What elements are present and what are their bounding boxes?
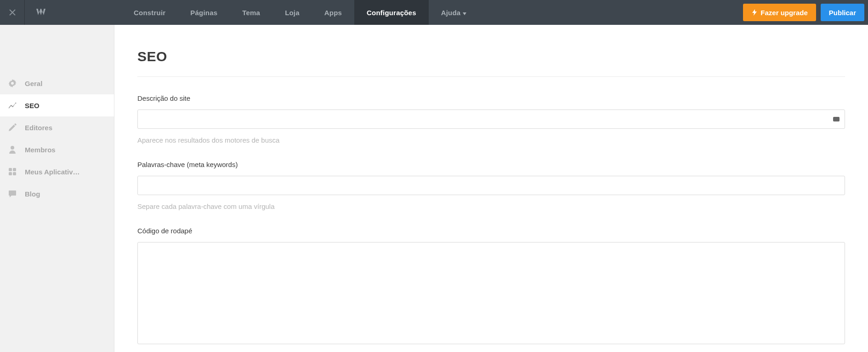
pencil-icon [8, 123, 17, 132]
site-description-label: Descrição do site [137, 94, 845, 102]
topbar-actions: Fazer upgrade Publicar [743, 0, 868, 25]
nav-label: Tema [242, 9, 260, 17]
site-description-input[interactable] [137, 110, 845, 129]
gear-icon [8, 79, 17, 87]
keywords-input[interactable] [137, 176, 845, 195]
logo[interactable] [25, 8, 57, 17]
autofill-icon [833, 117, 840, 121]
nav-label: Ajuda [441, 9, 461, 17]
nav-label: Páginas [190, 9, 217, 17]
form-group-footer-code: Código de rodapé [137, 227, 845, 346]
keywords-label: Palavras-chave (meta keywords) [137, 161, 845, 168]
nav-label: Construir [134, 9, 165, 17]
chat-icon [8, 190, 17, 198]
sidebar-item-seo[interactable]: SEO [0, 94, 114, 116]
sidebar: Geral SEO Editores Membros Meus Aplicati… [0, 25, 114, 352]
sidebar-item-geral[interactable]: Geral [0, 72, 114, 94]
nav-tema[interactable]: Tema [230, 0, 272, 25]
chevron-down-icon [463, 9, 466, 17]
nav-construir[interactable]: Construir [121, 0, 178, 25]
nav-label: Loja [285, 9, 300, 17]
main-content: SEO Descrição do site Aparece nos result… [114, 25, 868, 352]
lightning-icon [751, 9, 758, 16]
sidebar-item-label: Geral [25, 80, 42, 87]
svg-rect-2 [13, 168, 16, 171]
footer-code-textarea[interactable] [137, 242, 845, 344]
sidebar-item-blog[interactable]: Blog [0, 183, 114, 205]
sidebar-item-label: Meus Aplicativ… [25, 168, 79, 176]
layout: Geral SEO Editores Membros Meus Aplicati… [0, 25, 868, 352]
nav-paginas[interactable]: Páginas [178, 0, 230, 25]
footer-code-label: Código de rodapé [137, 227, 845, 235]
form-group-keywords: Palavras-chave (meta keywords) Separe ca… [137, 161, 845, 210]
nav-label: Apps [324, 9, 342, 17]
site-description-hint: Aparece nos resultados dos motores de bu… [137, 136, 845, 144]
publish-label: Publicar [829, 9, 856, 17]
sidebar-item-membros[interactable]: Membros [0, 138, 114, 161]
svg-rect-3 [9, 172, 12, 175]
topbar: Construir Páginas Tema Loja Apps Configu… [0, 0, 868, 25]
nav-label: Configurações [367, 9, 416, 17]
sidebar-item-label: Editores [25, 124, 52, 132]
nav-ajuda[interactable]: Ajuda [429, 0, 479, 25]
trend-icon [8, 101, 17, 110]
svg-rect-1 [9, 168, 12, 171]
upgrade-label: Fazer upgrade [760, 9, 808, 17]
upgrade-button[interactable]: Fazer upgrade [743, 4, 816, 21]
site-description-input-wrap [137, 110, 845, 129]
close-button[interactable] [0, 0, 25, 25]
apps-icon [8, 167, 17, 176]
sidebar-item-label: SEO [25, 102, 40, 110]
nav-loja[interactable]: Loja [272, 0, 312, 25]
sidebar-item-label: Membros [25, 146, 56, 154]
publish-button[interactable]: Publicar [821, 4, 864, 21]
sidebar-item-editores[interactable]: Editores [0, 116, 114, 138]
user-icon [8, 145, 17, 154]
page-title: SEO [137, 49, 845, 77]
topbar-nav: Construir Páginas Tema Loja Apps Configu… [121, 0, 479, 25]
sidebar-item-aplicativos[interactable]: Meus Aplicativ… [0, 161, 114, 183]
form-group-site-description: Descrição do site Aparece nos resultados… [137, 94, 845, 144]
close-icon [9, 9, 16, 16]
keywords-hint: Separe cada palavra-chave com uma vírgul… [137, 202, 845, 210]
nav-configuracoes[interactable]: Configurações [354, 0, 429, 25]
sidebar-item-label: Blog [25, 190, 40, 198]
weebly-logo-icon [35, 8, 47, 17]
nav-apps[interactable]: Apps [312, 0, 354, 25]
svg-point-0 [11, 146, 14, 150]
svg-rect-4 [13, 172, 16, 175]
